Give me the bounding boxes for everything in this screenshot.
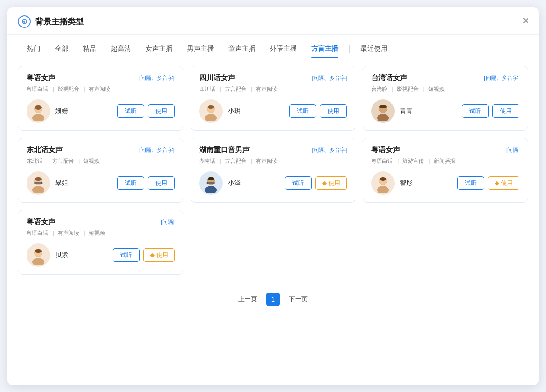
card-header-7: 粤语女声 [间隔] [27,217,175,227]
card-tags-4: 东北话 方言配音 短视频 [27,158,175,165]
avatar-2 [199,99,223,123]
use-btn-1[interactable]: 使用 [148,104,175,118]
card-title-4: 东北话女声 [27,145,63,155]
voice-name-1: 姗姗 [55,107,112,115]
tab-male[interactable]: 男声主播 [180,41,221,57]
voice-name-7: 贝紫 [55,251,107,259]
card-header-5: 湖南重口音男声 [间隔、多音字] [199,145,347,155]
card-tag-6[interactable]: [间隔] [505,146,519,154]
btn-group-3: 试听 使用 [462,104,519,118]
card-tags-7: 粤语白话 有声阅读 短视频 [27,230,175,237]
listen-btn-5[interactable]: 试听 [285,176,312,190]
card-title-3: 台湾话女声 [371,73,407,83]
svg-point-4 [32,114,44,121]
avatar-7 [27,243,50,267]
diamond-icon-5: ◆ [322,180,327,186]
dialog-header: 背景主播类型 ✕ [7,7,539,35]
card-header-1: 粤语女声 [间隔、多音字] [27,73,175,83]
current-page[interactable]: 1 [266,293,280,306]
voice-card-3: 台湾话女声 [间隔、多音字] 台湾腔 影视配音 短视频 青青 [363,66,528,131]
btn-group-1: 试听 使用 [117,104,175,118]
tab-child[interactable]: 童声主播 [221,41,263,57]
btn-group-6: 试听 ◆ 使用 [457,176,519,190]
tag-item: 东北话 [27,158,49,165]
voice-card-4: 东北话女声 [间隔、多音字] 东北话 方言配音 短视频 [18,138,183,203]
listen-btn-1[interactable]: 试听 [117,104,144,118]
cards-grid: 粤语女声 [间隔、多音字] 粤语白话 影视配音 有声阅读 姗姗 [7,57,539,284]
tab-dialect[interactable]: 方言主播 [304,41,346,57]
tab-hot[interactable]: 热门 [20,41,48,57]
card-tag-2[interactable]: [间隔、多音字] [312,74,347,82]
card-tag-4[interactable]: [间隔、多音字] [139,146,175,154]
tab-premium[interactable]: 精品 [76,41,104,57]
btn-group-4: 试听 使用 [117,176,175,190]
card-tags-2: 四川话 方言配音 有声阅读 [199,86,347,93]
use-btn-7[interactable]: ◆ 使用 [143,248,175,262]
card-voice-7: 贝紫 试听 ◆ 使用 [27,243,175,267]
card-tag-5[interactable]: [间隔、多音字] [312,146,347,154]
use-btn-2[interactable]: 使用 [320,104,347,118]
next-page-btn[interactable]: 下一页 [285,293,311,305]
tag-item: 粤语白话 [371,158,399,165]
voice-card-5: 湖南重口音男声 [间隔、多音字] 湖南话 方言配音 有声阅读 [191,138,356,203]
card-tag-3[interactable]: [间隔、多音字] [484,74,519,82]
tag-item: 有声阅读 [89,86,110,93]
listen-btn-2[interactable]: 试听 [289,104,316,118]
tab-female[interactable]: 女声主播 [138,41,180,57]
card-tag-1[interactable]: [间隔、多音字] [139,74,175,82]
tag-item: 影视配音 [397,86,424,93]
use-btn-3[interactable]: 使用 [492,104,519,118]
use-btn-5[interactable]: ◆ 使用 [315,176,347,190]
card-title-1: 粤语女声 [27,73,55,83]
card-header-6: 粤语女声 [间隔] [371,145,519,155]
btn-group-2: 试听 使用 [289,104,347,118]
voice-card-7: 粤语女声 [间隔] 粤语白话 有声阅读 短视频 贝紫 [18,210,183,275]
voice-card-2: 四川话女声 [间隔、多音字] 四川话 方言配音 有声阅读 小玥 [191,66,356,131]
tag-item: 台湾腔 [371,86,393,93]
avatar-3 [371,99,395,123]
close-button[interactable]: ✕ [522,16,530,25]
card-header-3: 台湾话女声 [间隔、多音字] [371,73,519,83]
tag-item: 有声阅读 [58,230,85,237]
use-btn-6[interactable]: ◆ 使用 [488,176,519,190]
card-header-4: 东北话女声 [间隔、多音字] [27,145,175,155]
svg-point-30 [377,186,389,193]
voice-name-3: 青青 [400,107,456,115]
tag-item: 粤语白话 [27,230,54,237]
btn-group-5: 试听 ◆ 使用 [285,176,347,190]
card-tags-6: 粤语白话 旅游宣传 新闻播报 [371,158,519,165]
listen-btn-4[interactable]: 试听 [117,176,144,190]
card-title-2: 四川话女声 [199,73,235,83]
avatar-5 [199,171,223,195]
prev-page-btn[interactable]: 上一页 [235,293,261,305]
tab-recent[interactable]: 最近使用 [353,41,395,57]
card-tag-7[interactable]: [间隔] [161,218,175,226]
tab-uhd[interactable]: 超高清 [104,41,138,57]
tag-item: 新闻播报 [434,158,455,165]
card-tags-3: 台湾腔 影视配音 短视频 [371,86,519,93]
card-tags-5: 湖南话 方言配音 有声阅读 [199,158,347,165]
svg-point-36 [35,249,42,253]
voice-card-6: 粤语女声 [间隔] 粤语白话 旅游宣传 新闻播报 智彤 [363,138,528,203]
svg-point-2 [23,21,25,23]
dialog-container: 背景主播类型 ✕ 热门 全部 精品 超高清 女声主播 男声主播 童声主播 外语主… [7,7,539,385]
nav-tabs: 热门 全部 精品 超高清 女声主播 男声主播 童声主播 外语主播 方言主播 最近… [7,35,539,57]
avatar-6 [371,171,395,195]
listen-btn-7[interactable]: 试听 [113,248,140,262]
listen-btn-6[interactable]: 试听 [457,176,484,190]
diamond-icon-6: ◆ [495,180,499,186]
card-header-2: 四川话女声 [间隔、多音字] [199,73,347,83]
tab-foreign[interactable]: 外语主播 [263,41,304,57]
svg-point-14 [379,105,387,108]
music-icon [18,15,31,28]
tag-item: 有声阅读 [256,86,278,93]
btn-group-7: 试听 ◆ 使用 [113,248,175,262]
tag-item: 旅游宣传 [402,158,430,165]
tag-item: 方言配音 [52,158,80,165]
use-btn-4[interactable]: 使用 [148,176,175,190]
svg-point-34 [32,258,44,265]
voice-name-4: 翠姐 [55,179,112,187]
listen-btn-3[interactable]: 试听 [462,104,489,118]
tab-all[interactable]: 全部 [48,41,76,57]
tag-item: 湖南话 [199,158,221,165]
